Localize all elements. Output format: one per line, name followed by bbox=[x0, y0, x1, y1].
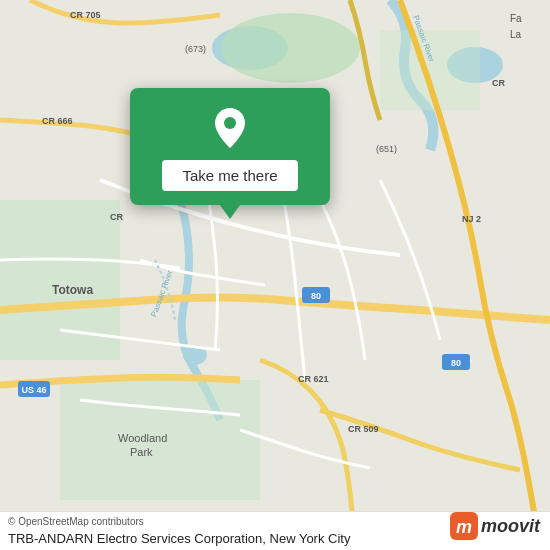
moovit-text: moovit bbox=[481, 516, 540, 537]
svg-text:Park: Park bbox=[130, 446, 153, 458]
svg-text:(673): (673) bbox=[185, 44, 206, 54]
map-svg: 80 CR 705 (673) CR 666 CR (651) bbox=[0, 0, 550, 550]
svg-text:CR 621: CR 621 bbox=[298, 374, 329, 384]
moovit-logo: m moovit bbox=[450, 512, 540, 540]
svg-text:CR 509: CR 509 bbox=[348, 424, 379, 434]
bottom-bar: © OpenStreetMap contributors TRB-ANDARN … bbox=[0, 511, 550, 550]
svg-point-6 bbox=[220, 13, 360, 83]
svg-text:US 46: US 46 bbox=[21, 385, 46, 395]
moovit-icon: m bbox=[450, 512, 478, 540]
map-container[interactable]: 80 CR 705 (673) CR 666 CR (651) bbox=[0, 0, 550, 550]
popup-card: Take me there bbox=[130, 88, 330, 205]
svg-text:CR 705: CR 705 bbox=[70, 10, 101, 20]
svg-text:CR: CR bbox=[492, 78, 505, 88]
svg-text:La: La bbox=[510, 29, 522, 40]
location-icon-wrap bbox=[208, 106, 252, 150]
svg-text:80: 80 bbox=[311, 291, 321, 301]
svg-text:m: m bbox=[456, 517, 472, 537]
take-me-there-button[interactable]: Take me there bbox=[162, 160, 297, 191]
svg-text:(651): (651) bbox=[376, 144, 397, 154]
svg-text:Fa: Fa bbox=[510, 13, 522, 24]
svg-text:Totowa: Totowa bbox=[52, 283, 93, 297]
location-pin-icon bbox=[211, 106, 249, 150]
svg-text:CR 666: CR 666 bbox=[42, 116, 73, 126]
svg-text:NJ 2: NJ 2 bbox=[462, 214, 481, 224]
svg-text:80: 80 bbox=[451, 358, 461, 368]
svg-text:CR: CR bbox=[110, 212, 123, 222]
svg-text:Woodland: Woodland bbox=[118, 432, 167, 444]
svg-point-31 bbox=[224, 117, 236, 129]
